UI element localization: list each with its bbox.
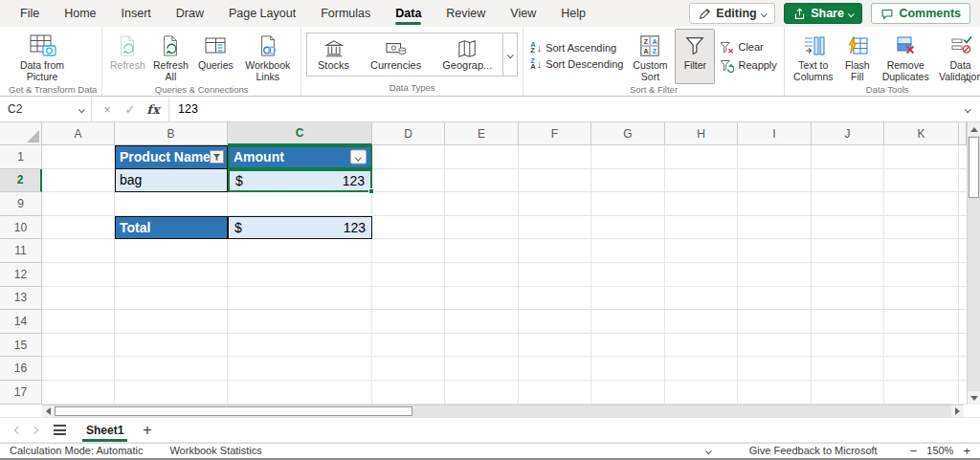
cell[interactable]	[884, 239, 959, 263]
cell[interactable]	[519, 192, 591, 216]
cell[interactable]	[884, 357, 959, 381]
cell-C10-total-amount[interactable]: $ 123	[228, 216, 372, 240]
cell[interactable]	[445, 192, 519, 216]
cell[interactable]	[42, 310, 115, 334]
cell[interactable]	[42, 334, 115, 358]
cell[interactable]	[445, 145, 519, 169]
cell[interactable]	[738, 287, 812, 311]
row-header-16[interactable]: 16	[0, 357, 42, 381]
cell[interactable]	[519, 263, 591, 287]
cell[interactable]	[591, 216, 665, 240]
row-header-2-selected[interactable]: 2	[0, 169, 42, 193]
menu-tab-formulas[interactable]: Formulas	[308, 0, 383, 27]
column-header-e[interactable]: E	[445, 122, 519, 145]
cell[interactable]	[884, 381, 959, 405]
cell[interactable]	[115, 381, 228, 405]
cell-A2[interactable]	[42, 169, 115, 193]
cell[interactable]	[665, 216, 738, 240]
cell[interactable]	[738, 216, 812, 240]
reapply-filter-button[interactable]: Reapply	[719, 58, 776, 73]
cell[interactable]	[812, 357, 884, 381]
cell[interactable]	[519, 239, 591, 263]
cell[interactable]	[665, 334, 738, 358]
cell[interactable]	[884, 334, 959, 358]
next-sheet-arrow[interactable]	[26, 427, 42, 433]
cell[interactable]	[372, 239, 445, 263]
cell[interactable]	[884, 216, 959, 240]
column-header-a[interactable]: A	[42, 122, 115, 145]
cell[interactable]	[591, 287, 665, 311]
fill-handle[interactable]	[368, 188, 374, 194]
scroll-down-arrow[interactable]	[968, 391, 980, 405]
cell[interactable]	[115, 239, 228, 263]
menu-tab-data-active[interactable]: Data	[383, 0, 434, 27]
cell-B1-product-name-header[interactable]: Product Name	[115, 145, 228, 169]
cell[interactable]	[445, 357, 519, 381]
cell[interactable]	[445, 287, 519, 311]
cell[interactable]	[591, 334, 665, 358]
cell[interactable]	[372, 357, 445, 381]
row-header-12[interactable]: 12	[0, 263, 42, 287]
cell[interactable]	[445, 239, 519, 263]
formula-input[interactable]: 123	[169, 97, 955, 121]
cell[interactable]	[738, 169, 812, 193]
cell[interactable]	[812, 239, 884, 263]
cell[interactable]	[228, 287, 372, 311]
cell[interactable]	[372, 334, 445, 358]
editing-mode-button[interactable]: Editing	[689, 3, 775, 24]
cell[interactable]	[591, 381, 665, 405]
cell[interactable]	[884, 263, 959, 287]
row-header-13[interactable]: 13	[0, 287, 42, 311]
cell[interactable]	[372, 287, 445, 311]
cell[interactable]	[445, 310, 519, 334]
cell[interactable]	[445, 334, 519, 358]
cell-A1[interactable]	[42, 145, 115, 169]
flash-fill-button[interactable]: Flash Fill	[839, 29, 876, 84]
cell-C2-selected-amount[interactable]: $ 123	[228, 169, 372, 193]
status-bar-chevron-icon[interactable]	[705, 448, 711, 453]
cell[interactable]	[665, 287, 738, 311]
cell[interactable]	[738, 381, 812, 405]
cell[interactable]	[519, 381, 591, 405]
cell[interactable]	[372, 169, 445, 193]
cell-A10[interactable]	[42, 216, 115, 240]
cell[interactable]	[738, 263, 812, 287]
cell[interactable]	[228, 239, 372, 263]
cell[interactable]	[665, 169, 738, 193]
cell[interactable]	[591, 192, 665, 216]
cell[interactable]	[812, 334, 884, 358]
cell[interactable]	[228, 192, 372, 216]
cell[interactable]	[812, 216, 884, 240]
menu-tab-help[interactable]: Help	[548, 0, 598, 27]
cell[interactable]	[665, 381, 738, 405]
cell[interactable]	[445, 381, 519, 405]
all-sheets-menu-icon[interactable]	[54, 425, 66, 435]
cell[interactable]	[665, 192, 738, 216]
geography-button[interactable]: Geograp...	[432, 33, 502, 76]
feedback-link[interactable]: Give Feedback to Microsoft	[749, 446, 878, 456]
cell[interactable]	[42, 263, 115, 287]
cell[interactable]	[812, 169, 884, 193]
cell-B2-product-name-value[interactable]: bag	[115, 169, 228, 193]
row-header-14[interactable]: 14	[0, 310, 42, 334]
cell[interactable]	[738, 145, 812, 169]
cell[interactable]	[519, 169, 591, 193]
cell[interactable]	[42, 239, 115, 263]
cell[interactable]	[884, 192, 959, 216]
cell[interactable]	[228, 381, 372, 405]
column-header-c-selected[interactable]: C	[228, 122, 372, 145]
share-button[interactable]: Share	[784, 3, 862, 24]
cell[interactable]	[115, 357, 228, 381]
cell[interactable]	[591, 145, 665, 169]
cell-B10-total-label[interactable]: Total	[115, 216, 228, 240]
column-header-h[interactable]: H	[665, 122, 738, 145]
cell[interactable]	[372, 381, 445, 405]
cell[interactable]	[812, 310, 884, 334]
clear-filter-button[interactable]: Clear	[719, 40, 776, 55]
cell[interactable]	[228, 334, 372, 358]
column-header-i[interactable]: I	[738, 122, 812, 145]
cell[interactable]	[665, 263, 738, 287]
sort-descending-button[interactable]: ZA↓ Sort Descending	[530, 58, 623, 71]
cell[interactable]	[42, 287, 115, 311]
cell[interactable]	[519, 145, 591, 169]
